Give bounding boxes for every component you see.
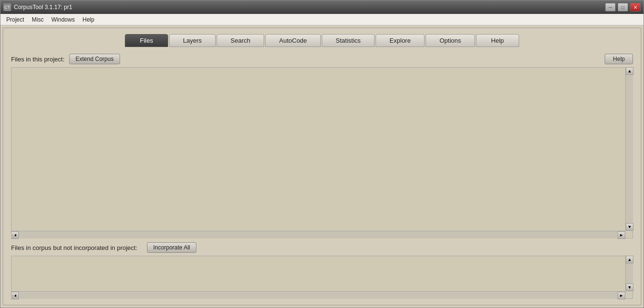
tab-statistics[interactable]: Statistics [322, 34, 375, 47]
scroll-right-files[interactable]: ► [618, 231, 625, 239]
scroll-track-corpus [626, 263, 633, 284]
scroll-up-corpus[interactable]: ▲ [626, 256, 633, 263]
scroll-down-files[interactable]: ▼ [626, 223, 633, 231]
hscroll-corpus: ◄ ► [11, 291, 625, 299]
files-section-header: Files in this project: Extend Corpus Hel… [11, 54, 633, 64]
hscroll-track-corpus [19, 292, 618, 299]
scroll-right-corpus[interactable]: ► [618, 292, 625, 299]
files-list[interactable] [11, 67, 633, 238]
tab-help[interactable]: Help [476, 34, 519, 47]
menu-help[interactable]: Help [79, 15, 98, 24]
vscroll-files: ▲ ▼ [625, 67, 633, 231]
scroll-track-files [626, 75, 633, 223]
tab-files[interactable]: Files [125, 34, 168, 47]
vscroll-corpus: ▲ ▼ [625, 256, 633, 291]
title-bar: CT CorpusTool 3.1.17: pr1 ─ □ ✕ [0, 0, 644, 14]
maximize-button[interactable]: □ [618, 3, 628, 12]
tab-autocode[interactable]: AutoCode [265, 34, 321, 47]
menu-bar: Project Misc Windows Help [0, 14, 644, 25]
help-area: Help [605, 54, 633, 64]
files-label: Files in this project: [11, 56, 64, 63]
menu-project[interactable]: Project [2, 15, 28, 24]
minimize-button[interactable]: ─ [605, 3, 616, 12]
hscroll-track-files [19, 231, 618, 238]
corpus-section: Files in corpus but not incorporated in … [11, 240, 633, 299]
corpus-header: Files in corpus but not incorporated in … [11, 242, 633, 253]
window-title: CorpusTool 3.1.17: pr1 [14, 4, 72, 11]
scroll-corner-files [11, 235, 15, 238]
extend-corpus-button[interactable]: Extend Corpus [69, 54, 120, 64]
close-button[interactable]: ✕ [630, 3, 641, 12]
title-controls: ─ □ ✕ [605, 3, 641, 12]
tab-layers[interactable]: Layers [169, 34, 216, 47]
menu-windows[interactable]: Windows [48, 15, 79, 24]
tabs-container: Files Layers Search AutoCode Statistics … [11, 34, 633, 47]
scroll-corner-corpus [11, 295, 15, 299]
main-window: CT CorpusTool 3.1.17: pr1 ─ □ ✕ Project … [0, 0, 644, 308]
help-button[interactable]: Help [605, 54, 633, 64]
incorporate-all-button[interactable]: Incorporate All [147, 242, 196, 253]
scroll-down-corpus[interactable]: ▼ [626, 284, 633, 291]
scroll-up-files[interactable]: ▲ [626, 67, 633, 75]
tab-options[interactable]: Options [425, 34, 475, 47]
corpus-list-container: ▲ ▼ ◄ ► [11, 256, 633, 299]
tab-explore[interactable]: Explore [376, 34, 425, 47]
files-list-container: ▲ ▼ ◄ ► [11, 67, 633, 238]
files-list-wrapper: ▲ ▼ ◄ ► [11, 67, 633, 238]
tab-search[interactable]: Search [217, 34, 264, 47]
corpus-label: Files in corpus but not incorporated in … [11, 244, 137, 251]
app-icon: CT [3, 3, 11, 11]
inner-frame: Files Layers Search AutoCode Statistics … [2, 27, 642, 306]
menu-misc[interactable]: Misc [28, 15, 48, 24]
hscroll-files: ◄ ► [11, 231, 625, 238]
title-bar-left: CT CorpusTool 3.1.17: pr1 [3, 3, 72, 11]
